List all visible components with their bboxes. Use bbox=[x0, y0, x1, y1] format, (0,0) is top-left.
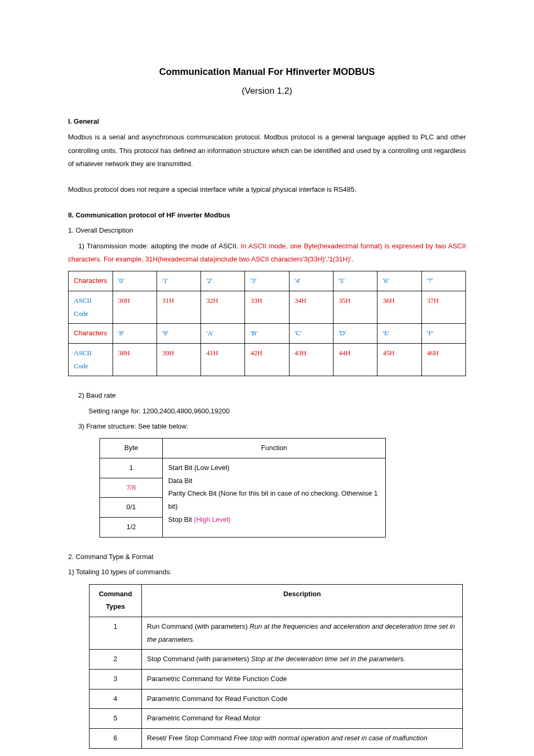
transmission-mode: 1) Transmission mode: adopting the mode … bbox=[68, 239, 466, 266]
version-text: (Version 1.2) bbox=[68, 83, 466, 100]
frame-func-3: Parity Check Bit (None for this bit in c… bbox=[168, 487, 380, 513]
ascii-cell: 30H bbox=[113, 291, 157, 323]
ascii-cell: 36H bbox=[377, 291, 421, 323]
cmd-table: Command Types Description 1 Run Command … bbox=[89, 584, 463, 749]
frame-stop-high: (High Level) bbox=[194, 516, 230, 523]
ascii-cell: 41H bbox=[201, 344, 245, 376]
frame-func-cell: Start Bit (Low Level) Data Bit Parity Ch… bbox=[163, 458, 386, 538]
cmd-desc: Reset/ Free Stop Command Free stop with … bbox=[141, 729, 463, 749]
ascii-cell: '7' bbox=[421, 271, 465, 291]
cmd-num: 5 bbox=[90, 709, 142, 729]
ascii-cell: 'D' bbox=[333, 324, 377, 344]
cmd-desc: Parametric Command for Read Motor bbox=[141, 709, 463, 729]
cmd-row: 3 Parametric Command for Write Function … bbox=[90, 669, 463, 689]
cmd-prefix: Reset/ Free Stop Command bbox=[147, 734, 233, 742]
frame-func-1: Start Bit (Low Level) bbox=[168, 462, 380, 475]
cmd-desc: Parametric Command for Write Function Co… bbox=[141, 669, 463, 689]
frame-func-header: Function bbox=[163, 439, 386, 458]
frame-row: 1 Start Bit (Low Level) Data Bit Parity … bbox=[100, 458, 386, 478]
frame-byte: 7/8 bbox=[100, 478, 163, 498]
frame-byte: 0/1 bbox=[100, 498, 163, 518]
cmd-num: 4 bbox=[90, 689, 142, 709]
ascii-cell: 33H bbox=[245, 291, 289, 323]
page-title: Communication Manual For Hfinverter MODB… bbox=[68, 63, 466, 81]
ascii-cell: 'C' bbox=[289, 324, 333, 344]
cmd-row: 5 Parametric Command for Read Motor bbox=[90, 709, 463, 729]
protocol-header: II. Communication protocol of HF inverte… bbox=[68, 209, 466, 222]
ascii-cell: '1' bbox=[157, 271, 201, 291]
ascii-cell: '0' bbox=[113, 271, 157, 291]
ascii-cell: '4' bbox=[289, 271, 333, 291]
ascii-cell: 32H bbox=[201, 291, 245, 323]
baud-header: 2) Baud rate bbox=[68, 389, 466, 402]
baud-text: Setting range for: 1200,2400,4800,9600,1… bbox=[68, 404, 466, 418]
ascii-cell: '6' bbox=[377, 271, 421, 291]
frame-header-row: Byte Function bbox=[100, 439, 386, 458]
ascii-cell: 46H bbox=[421, 344, 465, 376]
cmd-num: 2 bbox=[90, 650, 142, 670]
general-paragraph-2: Modbus protocol does not require a speci… bbox=[68, 183, 466, 196]
cmd-prefix: Run Command (with parameters) bbox=[147, 622, 250, 630]
ascii-row-chars-2: Characters '8' '9' 'A' 'B' 'C' 'D' 'E' '… bbox=[69, 324, 466, 344]
overall-header: 1. Overall Description bbox=[68, 224, 466, 237]
ascii-cell: 35H bbox=[333, 291, 377, 323]
cmd-col-types: Command Types bbox=[90, 584, 142, 617]
ascii-row-chars-1: Characters '0' '1' '2' '3' '4' '5' '6' '… bbox=[69, 271, 466, 291]
ascii-row-codes-2: ASCII Code 38H 39H 41H 42H 43H 44H 45H 4… bbox=[69, 344, 466, 376]
ascii-cell: 37H bbox=[421, 291, 465, 323]
ascii-cell: '2' bbox=[201, 271, 245, 291]
cmd-col-desc: Description bbox=[141, 584, 463, 617]
ascii-cell: 43H bbox=[289, 344, 333, 376]
ascii-table: Characters '0' '1' '2' '3' '4' '5' '6' '… bbox=[68, 271, 466, 376]
ascii-cell: 45H bbox=[377, 344, 421, 376]
cmd-row: 4 Parametric Command for Read Function C… bbox=[90, 689, 463, 709]
ascii-label-code: ASCII Code bbox=[69, 291, 113, 323]
ascii-cell: 'F' bbox=[421, 324, 465, 344]
cmd-row: 1 Run Command (with parameters) Run at t… bbox=[90, 617, 463, 649]
ascii-cell: '5' bbox=[333, 271, 377, 291]
ascii-label-chars: Characters bbox=[69, 271, 113, 291]
ascii-cell: 38H bbox=[113, 344, 157, 376]
general-paragraph-1: Modbus is a serial and asynchronous comm… bbox=[68, 130, 466, 170]
cmd-row: 6 Reset/ Free Stop Command Free stop wit… bbox=[90, 729, 463, 749]
cmd-num: 1 bbox=[90, 617, 142, 649]
ascii-cell: '9' bbox=[157, 324, 201, 344]
ascii-cell: 'E' bbox=[377, 324, 421, 344]
cmd-row: 2 Stop Command (with parameters) Stop at… bbox=[90, 650, 463, 670]
cmd-sub: 1) Totaling 10 types of commands: bbox=[68, 565, 466, 578]
frame-byte: 1 bbox=[100, 458, 163, 478]
ascii-cell: 'A' bbox=[201, 324, 245, 344]
cmd-desc: Stop Command (with parameters) Stop at t… bbox=[141, 650, 463, 670]
ascii-cell: 'B' bbox=[245, 324, 289, 344]
frame-byte: 1/2 bbox=[100, 518, 163, 538]
cmd-desc: Parametric Command for Read Function Cod… bbox=[141, 689, 463, 709]
cmd-italic: Free stop with normal operation and rese… bbox=[233, 734, 427, 742]
ascii-row-codes-1: ASCII Code 30H 31H 32H 33H 34H 35H 36H 3… bbox=[69, 291, 466, 323]
frame-stop-prefix: Stop Bit bbox=[168, 516, 194, 523]
cmd-num: 3 bbox=[90, 669, 142, 689]
cmd-desc: Run Command (with parameters) Run at the… bbox=[141, 617, 463, 649]
cmd-italic: Stop at the deceleration time set in the… bbox=[251, 655, 406, 663]
ascii-label-code: ASCII Code bbox=[69, 344, 113, 376]
frame-header: 3) Frame structure: See table below: bbox=[68, 420, 466, 433]
ascii-cell: 34H bbox=[289, 291, 333, 323]
cmd-num: 6 bbox=[90, 729, 142, 749]
ascii-cell: 42H bbox=[245, 344, 289, 376]
ascii-cell: '3' bbox=[245, 271, 289, 291]
ascii-cell: 39H bbox=[157, 344, 201, 376]
frame-byte-header: Byte bbox=[100, 439, 163, 458]
cmd-header: 2. Command Type & Format bbox=[68, 550, 466, 563]
transmission-prefix: 1) Transmission mode: adopting the mode … bbox=[79, 242, 241, 250]
frame-func-2: Data Bit bbox=[168, 475, 380, 488]
cmd-header-row: Command Types Description bbox=[90, 584, 463, 617]
frame-func-4: Stop Bit (High Level) bbox=[168, 513, 380, 527]
ascii-cell: 44H bbox=[333, 344, 377, 376]
ascii-label-chars: Characters bbox=[69, 324, 113, 344]
ascii-cell: 31H bbox=[157, 291, 201, 323]
general-header: I. General bbox=[68, 115, 466, 128]
cmd-prefix: Stop Command (with parameters) bbox=[147, 655, 251, 663]
frame-table: Byte Function 1 Start Bit (Low Level) Da… bbox=[99, 438, 386, 537]
ascii-cell: '8' bbox=[113, 324, 157, 344]
